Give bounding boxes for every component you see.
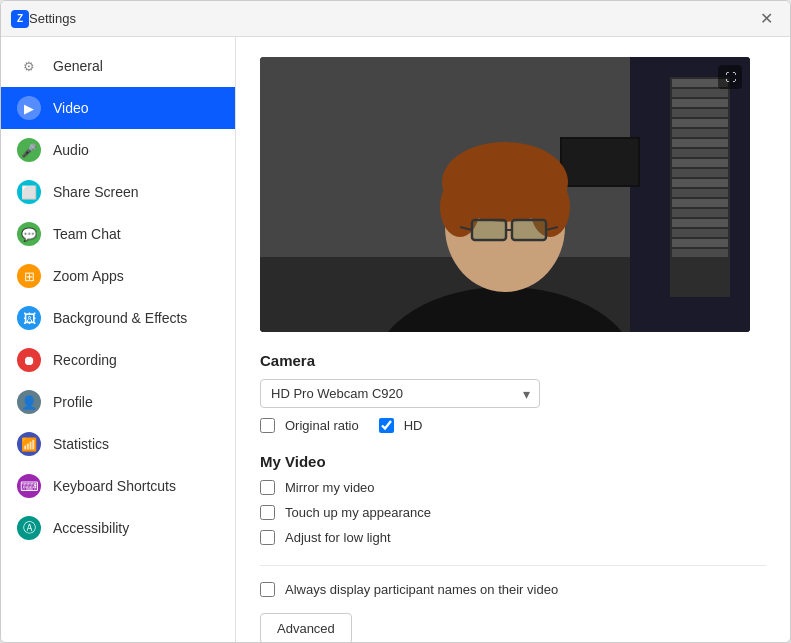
sidebar-item-label-team-chat: Team Chat (53, 226, 121, 242)
profile-icon: 👤 (17, 390, 41, 414)
camera-overlay-icon[interactable]: ⛶ (718, 65, 742, 89)
svg-rect-19 (672, 219, 728, 227)
svg-rect-37 (513, 221, 545, 239)
svg-rect-21 (672, 239, 728, 247)
stats-icon: 📶 (17, 432, 41, 456)
sidebar-item-video[interactable]: ▶Video (1, 87, 235, 129)
hd-checkbox[interactable] (379, 418, 394, 433)
always-display-checkbox[interactable] (260, 582, 275, 597)
sidebar-item-share-screen[interactable]: ⬜Share Screen (1, 171, 235, 213)
main-content: ⛶ Camera HD Pro Webcam C920FaceTime HD C… (236, 37, 790, 642)
sidebar-item-label-share-screen: Share Screen (53, 184, 139, 200)
original-ratio-checkbox[interactable] (260, 418, 275, 433)
my-video-options: Mirror my videoTouch up my appearanceAdj… (260, 480, 766, 545)
sidebar-item-label-general: General (53, 58, 103, 74)
zoom-logo: Z (11, 10, 29, 28)
chat-icon: 💬 (17, 222, 41, 246)
always-display-label[interactable]: Always display participant names on thei… (285, 582, 558, 597)
sidebar-item-zoom-apps[interactable]: ⊞Zoom Apps (1, 255, 235, 297)
sidebar-item-label-accessibility: Accessibility (53, 520, 129, 536)
sidebar-item-profile[interactable]: 👤Profile (1, 381, 235, 423)
bg-icon: 🖼 (17, 306, 41, 330)
camera-checkbox-original-ratio: Original ratio (260, 418, 359, 433)
svg-rect-36 (473, 221, 505, 239)
camera-select[interactable]: HD Pro Webcam C920FaceTime HD CameraVirt… (260, 379, 540, 408)
gear-icon: ⚙ (17, 54, 41, 78)
video-option-low-light: Adjust for low light (260, 530, 766, 545)
rec-icon: ⏺ (17, 348, 41, 372)
participant-section: Always display participant names on thei… (260, 582, 766, 597)
svg-rect-15 (672, 179, 728, 187)
camera-select-wrapper: HD Pro Webcam C920FaceTime HD CameraVirt… (260, 379, 540, 408)
sidebar-item-label-recording: Recording (53, 352, 117, 368)
mirror-label[interactable]: Mirror my video (285, 480, 375, 495)
original-ratio-label[interactable]: Original ratio (285, 418, 359, 433)
participant-option-always-display: Always display participant names on thei… (260, 582, 766, 597)
preview-svg (260, 57, 750, 332)
my-video-title: My Video (260, 453, 766, 470)
sidebar-item-accessibility[interactable]: ⒶAccessibility (1, 507, 235, 549)
screen-icon: ⬜ (17, 180, 41, 204)
svg-rect-14 (672, 169, 728, 177)
mirror-checkbox[interactable] (260, 480, 275, 495)
audio-icon: 🎤 (17, 138, 41, 162)
sidebar: ⚙General▶Video🎤Audio⬜Share Screen💬Team C… (1, 37, 236, 642)
sidebar-item-label-profile: Profile (53, 394, 93, 410)
svg-rect-10 (672, 129, 728, 137)
sidebar-item-general[interactable]: ⚙General (1, 45, 235, 87)
apps-icon: ⊞ (17, 264, 41, 288)
low-light-checkbox[interactable] (260, 530, 275, 545)
svg-rect-24 (562, 139, 638, 185)
advanced-button[interactable]: Advanced (260, 613, 352, 642)
sidebar-item-label-audio: Audio (53, 142, 89, 158)
my-video-section: My Video Mirror my videoTouch up my appe… (260, 453, 766, 545)
camera-section-title: Camera (260, 352, 766, 369)
svg-rect-22 (672, 249, 728, 257)
svg-rect-6 (672, 89, 728, 97)
access-icon: Ⓐ (17, 516, 41, 540)
sidebar-item-label-background: Background & Effects (53, 310, 187, 326)
svg-rect-20 (672, 229, 728, 237)
camera-preview: ⛶ (260, 57, 750, 332)
svg-rect-9 (672, 119, 728, 127)
svg-rect-18 (672, 209, 728, 217)
svg-rect-7 (672, 99, 728, 107)
touch-up-checkbox[interactable] (260, 505, 275, 520)
sidebar-item-label-video: Video (53, 100, 89, 116)
svg-rect-17 (672, 199, 728, 207)
sidebar-item-background[interactable]: 🖼Background & Effects (1, 297, 235, 339)
sidebar-item-statistics[interactable]: 📶Statistics (1, 423, 235, 465)
touch-up-label[interactable]: Touch up my appearance (285, 505, 431, 520)
close-button[interactable]: ✕ (752, 5, 780, 33)
settings-window: Z Settings ✕ ⚙General▶Video🎤Audio⬜Share … (0, 0, 791, 643)
sidebar-item-keyboard[interactable]: ⌨Keyboard Shortcuts (1, 465, 235, 507)
svg-rect-16 (672, 189, 728, 197)
video-icon: ▶ (17, 96, 41, 120)
svg-rect-13 (672, 159, 728, 167)
camera-checkbox-hd: HD (379, 418, 423, 433)
camera-section: Camera HD Pro Webcam C920FaceTime HD Cam… (260, 352, 766, 433)
video-option-touch-up: Touch up my appearance (260, 505, 766, 520)
content-area: ⚙General▶Video🎤Audio⬜Share Screen💬Team C… (1, 37, 790, 642)
sidebar-item-audio[interactable]: 🎤Audio (1, 129, 235, 171)
keyboard-icon: ⌨ (17, 474, 41, 498)
sidebar-item-label-keyboard: Keyboard Shortcuts (53, 478, 176, 494)
svg-rect-11 (672, 139, 728, 147)
video-feed (260, 57, 750, 332)
camera-checkboxes: Original ratioHD (260, 418, 766, 433)
svg-rect-12 (672, 149, 728, 157)
section-divider (260, 565, 766, 566)
sidebar-item-label-zoom-apps: Zoom Apps (53, 268, 124, 284)
video-option-mirror: Mirror my video (260, 480, 766, 495)
window-title: Settings (29, 11, 752, 26)
svg-rect-8 (672, 109, 728, 117)
sidebar-item-label-statistics: Statistics (53, 436, 109, 452)
low-light-label[interactable]: Adjust for low light (285, 530, 391, 545)
hd-label[interactable]: HD (404, 418, 423, 433)
sidebar-item-recording[interactable]: ⏺Recording (1, 339, 235, 381)
title-bar: Z Settings ✕ (1, 1, 790, 37)
sidebar-item-team-chat[interactable]: 💬Team Chat (1, 213, 235, 255)
